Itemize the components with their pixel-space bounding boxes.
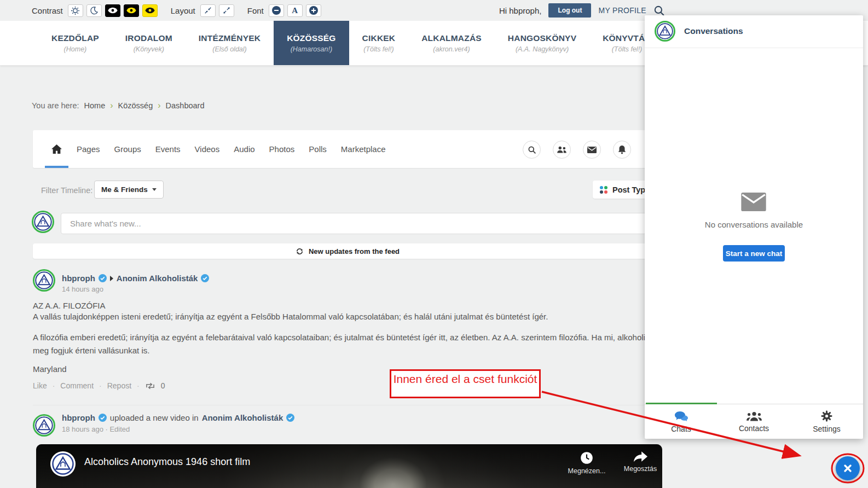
nav-item-cikkek[interactable]: CIKKEK (Tölts fel!) bbox=[349, 21, 409, 65]
post-header: hbproph Anonim Alkoholisták bbox=[62, 274, 209, 283]
video-player[interactable]: Alcoholics Anonymous 1946 short film Meg… bbox=[36, 444, 662, 488]
feed-divider bbox=[33, 405, 662, 405]
tab-photos[interactable]: Photos bbox=[262, 144, 302, 154]
refresh-icon bbox=[296, 247, 304, 255]
composer-input[interactable] bbox=[61, 213, 662, 234]
close-icon bbox=[842, 463, 853, 474]
envelope-icon bbox=[587, 147, 597, 153]
annotation-callout: Innen éred el a cset funkciót bbox=[390, 369, 541, 398]
post-group-link[interactable]: Anonim Alkoholisták bbox=[202, 413, 283, 422]
aa-logo-icon bbox=[35, 271, 53, 289]
share-button[interactable]: Megosztás bbox=[621, 451, 660, 475]
tab-groups[interactable]: Groups bbox=[107, 144, 148, 154]
breadcrumb-dashboard[interactable]: Dashboard bbox=[166, 101, 205, 110]
avatar bbox=[655, 21, 675, 42]
community-messages-button[interactable] bbox=[583, 141, 601, 159]
post-paragraph: A vallás tulajdonképpen isteni eredetű; … bbox=[33, 312, 548, 321]
search-icon[interactable] bbox=[653, 5, 665, 16]
nav-item-kozosseg-active[interactable]: KÖZÖSSÉG (Hamarosan!) bbox=[274, 21, 349, 65]
font-reset-button[interactable]: A bbox=[287, 4, 303, 17]
contrast-default-button[interactable] bbox=[68, 4, 83, 17]
chat-panel-title: Conversations bbox=[684, 26, 743, 36]
post-author-link[interactable]: hbproph bbox=[62, 274, 95, 283]
tab-videos[interactable]: Videos bbox=[188, 144, 227, 154]
community-notifications-button[interactable] bbox=[613, 141, 631, 159]
eye-icon bbox=[145, 7, 155, 14]
video-title-link[interactable]: Alcoholics Anonymous 1946 short film bbox=[84, 456, 250, 468]
breadcrumb-home[interactable]: Home bbox=[84, 101, 106, 110]
post-paragraph: meg fogjuk érteni vallásunkat is. bbox=[33, 346, 149, 355]
community-dashboard-page: Contrast bbox=[0, 0, 868, 488]
avatar bbox=[32, 211, 54, 233]
avatar bbox=[33, 414, 55, 437]
nav-item-kezdolap[interactable]: KEZDŐLAP (Home) bbox=[38, 21, 112, 65]
compress-icon bbox=[204, 7, 212, 14]
verified-badge-icon bbox=[201, 274, 209, 282]
channel-avatar[interactable] bbox=[50, 451, 76, 477]
post-paragraph: A filozófia emberi eredetű; irányítja az… bbox=[33, 333, 740, 342]
verified-badge-icon bbox=[99, 274, 107, 282]
nav-item-hangoskonyv[interactable]: HANGOSKÖNYV (A.A. Nagykönyv) bbox=[495, 21, 589, 65]
contrast-black-on-yellow-button[interactable] bbox=[142, 4, 158, 17]
aa-logo-icon bbox=[657, 23, 673, 39]
eye-icon bbox=[126, 7, 136, 14]
avatar bbox=[33, 269, 55, 292]
chat-panel: Conversations No conversations available… bbox=[645, 15, 863, 439]
contrast-white-on-black-button[interactable] bbox=[105, 4, 120, 17]
share-arrow-icon bbox=[633, 451, 647, 462]
start-new-chat-button[interactable]: Start a new chat bbox=[723, 245, 785, 262]
chat-tab-chats[interactable]: Chats bbox=[645, 404, 717, 439]
watch-later-button[interactable]: Megnézen... bbox=[567, 451, 606, 475]
minus-circle-icon bbox=[272, 6, 281, 15]
chevron-right-icon: › bbox=[110, 101, 113, 111]
breadcrumb-kozosseg[interactable]: Közösség bbox=[118, 101, 153, 110]
font-increase-button[interactable] bbox=[306, 4, 321, 17]
contrast-label: Contrast bbox=[32, 6, 63, 15]
tab-polls[interactable]: Polls bbox=[302, 144, 334, 154]
community-friends-button[interactable] bbox=[553, 141, 571, 159]
chat-tab-settings[interactable]: Settings bbox=[790, 404, 863, 439]
like-button[interactable]: Like bbox=[33, 381, 47, 390]
tab-home-active[interactable] bbox=[44, 130, 70, 168]
layout-expand-button[interactable] bbox=[219, 4, 234, 17]
eye-icon bbox=[108, 7, 118, 14]
repost-count-icon bbox=[145, 382, 155, 390]
chat-close-toggle-button[interactable] bbox=[836, 456, 860, 480]
nav-item-irodalom[interactable]: IRODALOM (Könyvek) bbox=[112, 21, 186, 65]
repost-button[interactable]: Repost bbox=[107, 381, 131, 390]
clock-icon bbox=[580, 451, 593, 464]
contrast-yellow-on-black-button[interactable] bbox=[124, 4, 139, 17]
verified-badge-icon bbox=[99, 414, 107, 422]
nav-item-alkalmazas[interactable]: ALKALMAZÁS (akron.ver4) bbox=[408, 21, 495, 65]
contrast-night-button[interactable] bbox=[86, 4, 102, 17]
tab-events[interactable]: Events bbox=[148, 144, 188, 154]
comment-button[interactable]: Comment bbox=[60, 381, 94, 390]
filter-timeline-label: Filter Timeline: bbox=[41, 186, 92, 195]
community-search-button[interactable] bbox=[523, 141, 541, 159]
chat-tab-contacts[interactable]: Contacts bbox=[717, 404, 790, 439]
repost-count: 0 bbox=[161, 381, 165, 390]
timeline-filter-dropdown[interactable]: Me & Friends bbox=[94, 181, 164, 199]
chat-empty-message: No conversations available bbox=[645, 220, 863, 229]
font-decrease-button[interactable] bbox=[269, 4, 284, 17]
post-group-link[interactable]: Anonim Alkoholisták bbox=[117, 274, 198, 283]
logout-button[interactable]: Log out bbox=[548, 3, 591, 18]
nav-item-intezmenyek[interactable]: INTÉZMÉNYEK (Első oldal) bbox=[186, 21, 274, 65]
tab-audio[interactable]: Audio bbox=[227, 144, 262, 154]
users-icon bbox=[557, 146, 567, 153]
sun-icon bbox=[71, 6, 80, 15]
active-tab-underline bbox=[45, 166, 68, 168]
contacts-icon bbox=[747, 411, 762, 421]
tab-pages[interactable]: Pages bbox=[70, 144, 107, 154]
layout-label: Layout bbox=[171, 6, 195, 15]
new-updates-button[interactable]: New updates from the feed bbox=[33, 243, 662, 259]
user-greeting: Hi hbproph, bbox=[499, 6, 542, 15]
post-author-link[interactable]: hbproph bbox=[62, 413, 95, 422]
layout-compress-button[interactable] bbox=[200, 4, 216, 17]
tab-marketplace[interactable]: Marketplace bbox=[334, 144, 393, 154]
community-quick-icons bbox=[523, 141, 631, 159]
my-profile-link[interactable]: MY PROFILE bbox=[598, 6, 646, 15]
chevron-down-icon bbox=[152, 188, 157, 191]
envelope-icon bbox=[741, 193, 766, 211]
post-type-grid-icon bbox=[600, 186, 607, 194]
